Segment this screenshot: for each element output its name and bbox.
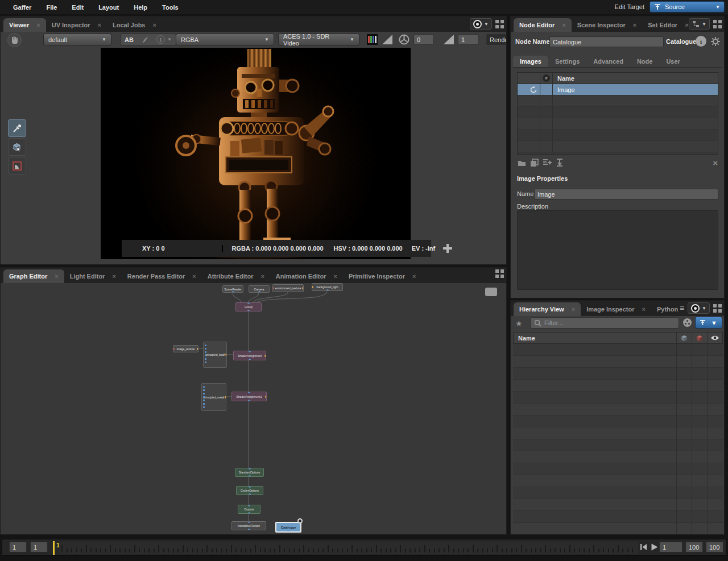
set-filter-icon[interactable] [682,318,692,327]
tab-close-icon[interactable]: × [98,22,101,28]
annotation-note-icon[interactable] [485,288,497,296]
graph-node-image-texture[interactable]: image_texture [173,345,198,352]
image-row-empty[interactable] [518,141,718,152]
graph-node-catalogue[interactable]: Catalogue [275,522,301,533]
compare-ab-button[interactable]: AB [121,34,138,45]
inclusions-column[interactable] [676,333,692,343]
go-to-start-icon[interactable] [640,543,647,551]
clipping-ramp-icon[interactable] [382,34,393,45]
exclusions-column[interactable] [692,333,707,343]
graph-node-shaderassignment[interactable]: ShaderAssignment [233,351,266,360]
graph-node-standardoptions[interactable]: StandardOptions [235,468,264,477]
filter-input[interactable] [544,319,675,326]
graph-canvas[interactable]: SceneReaderCameraenvironment_textureback… [1,283,506,534]
menu-item-layout[interactable]: Layout [91,4,126,11]
layout-grid-icon[interactable] [713,304,722,313]
tab-close-icon[interactable]: × [412,273,416,280]
camera-drag-tool[interactable] [7,33,22,47]
remove-image-button[interactable]: × [713,158,718,168]
graph-node-interactiverender[interactable]: InteractiveRender [231,521,266,530]
image-row-empty[interactable] [518,118,718,130]
gamma-ramp-icon[interactable] [443,34,454,45]
tab-close-icon[interactable]: × [192,273,196,280]
images-table[interactable]: # Name Image [517,72,718,155]
exposure-aperture-icon[interactable] [399,34,410,45]
tab-viewer[interactable]: Viewer× [3,18,46,32]
playhead[interactable] [53,541,55,555]
node-name-input[interactable] [549,36,664,47]
playback-end-input[interactable] [685,542,703,552]
color-picker-tool[interactable] [8,119,26,137]
tab-close-icon[interactable]: × [152,22,156,28]
scene-end-input[interactable] [706,542,723,552]
edit-target-dropdown[interactable]: Source ▼ [650,1,725,13]
image-row-selected[interactable]: Image [518,84,718,95]
tab-hierarchy-view[interactable]: Hierarchy View× [514,302,581,316]
menu-item-help[interactable]: Help [126,4,155,11]
menu-item-gaffer[interactable]: Gaffer [6,4,39,11]
playback-start-input[interactable] [30,542,48,552]
tab-close-icon[interactable]: × [112,273,115,280]
graph-node-camera[interactable]: Camera [249,285,270,293]
tab-animation-editor[interactable]: Animation Editor× [270,269,343,283]
channels-select[interactable]: RGBA ▼ [176,34,274,45]
tab-close-icon[interactable]: × [642,306,645,313]
image-row-empty[interactable] [518,130,718,141]
tab-close-icon[interactable]: × [633,22,636,28]
node-info-icon[interactable]: i [696,36,706,47]
tab-close-icon[interactable]: × [685,22,688,28]
display-transform-select[interactable]: ACES 1.0 - SDR Video ▼ [278,34,359,45]
export-image-button[interactable] [542,159,552,167]
scope-select-dropdown[interactable]: ▼ [695,317,722,329]
current-frame-input[interactable] [659,542,682,552]
tab-uv-inspector[interactable]: UV Inspector× [46,18,107,32]
viewer-view-select[interactable]: default ▼ [43,34,111,45]
editor-focus-button[interactable]: ▼ [689,18,710,30]
tab-close-icon[interactable]: × [260,273,264,280]
tab-primitive-inspector[interactable]: Primitive Inspector× [343,269,421,283]
tab-scene-inspector[interactable]: Scene Inspector× [572,18,642,32]
object-select-tool[interactable] [8,138,26,156]
tab-settings[interactable]: Settings [548,56,586,67]
graph-node-shaderassignment1[interactable]: ShaderAssignment1 [231,392,267,401]
viewer-focus-button[interactable]: ▼ [470,18,492,30]
graph-node-environment-texture[interactable]: environment_texture [272,284,304,292]
graph-node-cyclesoptions[interactable]: CyclesOptions [236,486,263,495]
tab-close-icon[interactable]: × [572,306,575,313]
layout-grid-icon[interactable] [495,269,504,278]
tab-node-editor[interactable]: Node Editor× [514,18,572,32]
menu-item-tools[interactable]: Tools [155,4,186,11]
image-row-empty[interactable] [518,107,718,118]
graph-node-background-light[interactable]: background_light [312,283,343,291]
tab-images[interactable]: Images [513,56,548,67]
tab-close-icon[interactable]: × [333,273,337,280]
hamburger-icon[interactable]: ≡ [680,304,684,313]
layout-grid-icon[interactable] [495,20,504,28]
node-settings-gear-icon[interactable] [710,36,721,47]
tab-python-editor[interactable]: Python Editor× [651,302,680,316]
image-description-textarea[interactable] [517,210,718,290]
menu-item-file[interactable]: File [39,4,64,11]
graph-node-outputs[interactable]: Outputs [238,505,260,514]
filter-field[interactable] [530,317,679,329]
tab-attribute-editor[interactable]: Attribute Editor× [202,269,270,283]
crop-window-tool[interactable] [8,157,26,174]
duplicate-image-button[interactable] [530,159,539,167]
layout-grid-icon[interactable] [713,20,722,28]
bookmark-star-icon[interactable]: ★ [515,319,523,328]
graph-node-group[interactable]: Group [235,302,262,311]
rendered-image[interactable] [101,48,411,259]
gamma-input[interactable] [458,34,478,45]
tab-image-inspector[interactable]: Image Inspector× [581,302,651,316]
tab-user[interactable]: User [659,56,686,67]
tab-close-icon[interactable]: × [562,22,565,28]
scene-start-input[interactable] [9,542,27,552]
tab-graph-editor[interactable]: Graph Editor× [3,269,64,283]
play-icon[interactable] [651,543,658,551]
timeline-ruler[interactable] [59,542,638,554]
compare-image-select[interactable]: 1 ▼ [152,34,176,45]
add-image-button[interactable] [517,159,527,167]
image-name-input[interactable] [534,189,718,200]
tab-set-editor[interactable]: Set Editor× [642,18,694,32]
rgb-histogram-icon[interactable] [367,34,378,45]
